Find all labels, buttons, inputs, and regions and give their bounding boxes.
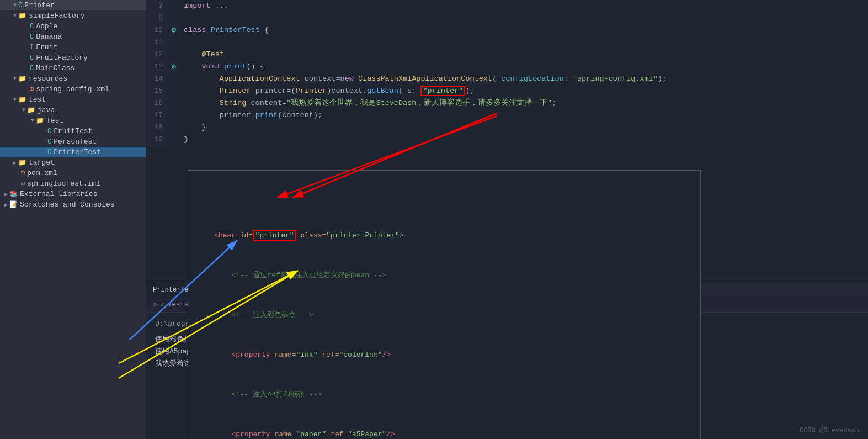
icon-springloc: ⊡ <box>21 179 25 188</box>
tree-item-PersonTest[interactable]: CPersonTest <box>0 136 146 147</box>
icon-Fruit: I <box>30 44 34 51</box>
xml-comment-4: <!-- 注入A4打印纸张 --> <box>197 375 691 415</box>
tree-label-test: test <box>29 96 46 104</box>
code-line-19: 19 } <box>146 134 868 146</box>
code-line-17: 17 printer.print(content); <box>146 109 868 121</box>
icon-pom: ⊞ <box>21 169 25 177</box>
code-line-15: 15 Printer printer=(Printer)context.getB… <box>146 85 868 97</box>
icon-Test: 📁 <box>36 117 44 125</box>
icon-target: 📁 <box>18 158 26 167</box>
tree-label-pom: pom.xml <box>27 169 57 177</box>
code-line-12: 12 @Test <box>146 49 868 61</box>
tree-item-test[interactable]: ▼ 📁test <box>0 94 146 105</box>
code-line-13: 13 ⚙ void print() { <box>146 61 868 73</box>
icon-MainClass: C <box>30 65 34 72</box>
tree-item-extlib[interactable]: ▶ 📚External Libraries <box>0 189 146 199</box>
icon-scratches: 📝 <box>9 200 18 209</box>
code-line-11: 11 <box>146 36 868 49</box>
tree-item-spring-config[interactable]: ⊞spring-config.xml <box>0 84 146 94</box>
tree-item-PrinterTest[interactable]: CPrinterTest <box>0 147 146 157</box>
icon-extlib: 📚 <box>9 190 18 198</box>
icon-PrinterTest: C <box>47 149 51 156</box>
tree-item-target[interactable]: ▶ 📁target <box>0 157 146 168</box>
tree-label-Fruit: Fruit <box>36 43 57 51</box>
tree-item-FruitFactory[interactable]: CFruitFactory <box>0 52 146 63</box>
tree-label-java: java <box>38 106 55 114</box>
tree-label-extlib: External Libraries <box>20 190 97 198</box>
icon-FruitFactory: C <box>30 54 34 62</box>
tree-label-springloc: springlocTest.iml <box>27 179 100 188</box>
tree-item-scratches[interactable]: ▶ 📝Scratches and Consoles <box>0 199 146 210</box>
icon-PersonTest: C <box>47 138 51 146</box>
tree-arrow-printer: ▼ <box>13 2 17 8</box>
tree-label-Test: Test <box>46 117 63 125</box>
tree-label-FruitTest: FruitTest <box>54 127 92 135</box>
icon-printer: C <box>18 2 22 9</box>
xml-comment-2: <!-- 通过ref属性注入已经定义好的bean --> <box>197 256 691 295</box>
tree-item-FruitTest[interactable]: CFruitTest <box>0 126 146 136</box>
xml-comment-3: <!-- 注入彩色墨盒 --> <box>197 295 691 335</box>
tree-label-Banana: Banana <box>36 33 62 41</box>
expand-icon: » <box>153 301 157 309</box>
tree-item-Test[interactable]: ▼ 📁Test <box>0 115 146 126</box>
code-line-10: 10 ⚙ class PrinterTest { <box>146 24 868 36</box>
tree-label-simpleFactory: simpleFactory <box>29 12 84 20</box>
xml-bean-tag: <bean id="printer" class="printer.Printe… <box>197 216 691 256</box>
tree-item-java[interactable]: ▼ 📁java <box>0 105 146 115</box>
xml-comment-1 <box>197 176 691 216</box>
icon-FruitTest: C <box>47 128 51 135</box>
tree-label-MainClass: MainClass <box>36 64 74 72</box>
tree-arrow-scratches: ▶ <box>4 202 8 208</box>
tree-arrow-simpleFactory: ▼ <box>13 13 17 19</box>
xml-property-ink: <property name="ink" ref="colorInk"/> <box>197 335 691 375</box>
icon-Apple: C <box>30 23 34 30</box>
tree-item-resources[interactable]: ▼ 📁resources <box>0 73 146 84</box>
code-line-14: 14 ApplicationContext context=new ClassP… <box>146 73 868 85</box>
tree-item-springloc[interactable]: ⊡springlocTest.iml <box>0 178 146 189</box>
tree-item-MainClass[interactable]: CMainClass <box>0 63 146 73</box>
code-line-9: 9 <box>146 12 868 24</box>
tree-arrow-resources: ▼ <box>13 76 17 82</box>
icon-simpleFactory: 📁 <box>18 12 26 20</box>
tree-label-spring-config: spring-config.xml <box>36 85 109 93</box>
tree-item-printer[interactable]: ▼ CPrinter <box>0 0 146 10</box>
tree-label-target: target <box>29 158 55 167</box>
tree-label-scratches: Scratches and Consoles <box>20 200 115 209</box>
tree-label-FruitFactory: FruitFactory <box>36 54 88 62</box>
tree-label-printer: Printer <box>24 1 55 9</box>
tree-item-Fruit[interactable]: IFruit <box>0 42 146 52</box>
tree-label-resources: resources <box>29 75 67 83</box>
tree-label-PrinterTest: PrinterTest <box>54 148 101 156</box>
tree-item-pom[interactable]: ⊞pom.xml <box>0 168 146 178</box>
tree-arrow-extlib: ▶ <box>4 191 8 198</box>
file-tree: ▼ CPrinter▼ 📁simpleFactoryCAppleCBananaI… <box>0 0 146 439</box>
tree-arrow-target: ▶ <box>13 160 17 166</box>
tree-item-Apple[interactable]: CApple <box>0 21 146 31</box>
pass-icon: ✓ <box>161 300 165 309</box>
xml-property-paper: <property name="paper" ref="a5Paper"/> <box>197 415 691 439</box>
watermark: CSDN @Stevedash <box>800 427 859 435</box>
tree-arrow-test: ▼ <box>13 97 17 103</box>
icon-test: 📁 <box>18 96 26 104</box>
tree-label-Apple: Apple <box>36 22 57 30</box>
icon-java: 📁 <box>27 106 35 114</box>
tree-item-simpleFactory[interactable]: ▼ 📁simpleFactory <box>0 10 146 21</box>
code-line-3: 3 import ... <box>146 0 868 12</box>
icon-resources: 📁 <box>18 75 26 83</box>
tree-label-PersonTest: PersonTest <box>54 137 97 146</box>
code-line-16: 16 String content="我热爱着这个世界，我是SteveDash，… <box>146 97 868 109</box>
tree-item-Banana[interactable]: CBanana <box>0 31 146 42</box>
icon-spring-config: ⊞ <box>30 85 34 93</box>
tree-arrow-java: ▼ <box>22 107 25 113</box>
tree-arrow-Test: ▼ <box>31 118 34 124</box>
code-line-18: 18 } <box>146 121 868 134</box>
icon-Banana: C <box>30 33 34 41</box>
xml-popup: <bean id="printer" class="printer.Printe… <box>188 170 701 439</box>
